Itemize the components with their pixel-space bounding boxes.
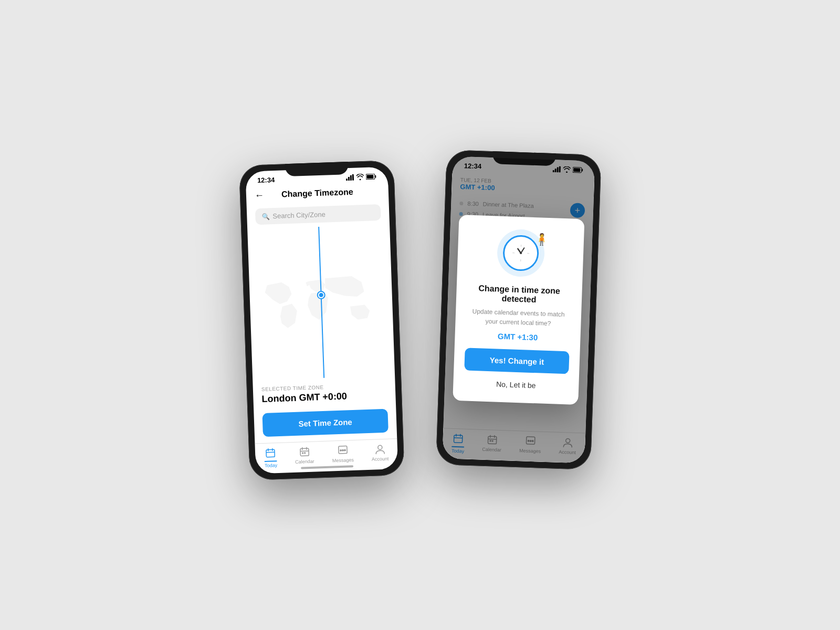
tab-calendar-1[interactable]: Calendar: [295, 445, 314, 467]
phone-1-screen: 12:34: [245, 166, 398, 474]
set-timezone-button[interactable]: Set Time Zone: [262, 409, 388, 437]
status-icons-1: [346, 173, 376, 181]
cancel-change-button[interactable]: No, Let it be: [464, 375, 569, 394]
svg-rect-1: [348, 176, 350, 180]
svg-point-18: [342, 449, 344, 452]
svg-rect-0: [346, 178, 348, 181]
tab-account-1[interactable]: Account: [371, 443, 389, 465]
today-icon: [264, 446, 277, 459]
notch: [285, 162, 348, 176]
phone-1: 12:34: [239, 160, 405, 480]
phone-2-screen: 12:34: [442, 156, 595, 463]
status-time-1: 12:34: [257, 176, 275, 184]
svg-rect-5: [375, 175, 376, 177]
tab-account-label-1: Account: [372, 456, 389, 462]
svg-point-19: [344, 449, 346, 452]
svg-line-10: [266, 452, 275, 453]
svg-rect-6: [366, 174, 373, 178]
svg-rect-7: [266, 449, 275, 457]
svg-rect-11: [300, 448, 308, 456]
calendar-icon: [298, 445, 311, 458]
tab-bar-1: Today Calendar: [255, 438, 398, 474]
confirm-change-button[interactable]: Yes! Change it: [464, 348, 569, 374]
selected-zone: SELECTED TIME ZONE London GMT +0:00: [253, 375, 396, 409]
modal-description: Update calendar events to match your cur…: [466, 307, 571, 329]
svg-rect-3: [352, 174, 354, 180]
battery-icon: [366, 173, 376, 180]
tab-today-label-1: Today: [265, 463, 277, 468]
timezone-change-modal: 🧍 Change in time zone detected Update ca…: [453, 215, 584, 405]
tab-messages-label-1: Messages: [332, 457, 354, 463]
svg-point-20: [377, 445, 382, 449]
signal-icon: [346, 174, 354, 181]
tab-today-active-line: [265, 460, 277, 462]
messages-icon: [336, 444, 349, 457]
phone-2: 12:34: [436, 150, 602, 470]
tab-calendar-label-1: Calendar: [295, 459, 314, 465]
clock-face-svg: [510, 242, 531, 264]
search-icon: 🔍: [261, 213, 269, 220]
search-placeholder: Search City/Zone: [272, 211, 326, 220]
search-bar[interactable]: 🔍 Search City/Zone: [255, 204, 381, 225]
modal-title: Change in time zone detected: [467, 284, 572, 306]
clock-inner: [502, 235, 539, 271]
person-illustration: 🧍: [534, 233, 549, 247]
account-icon-1: [373, 443, 386, 456]
selected-zone-value: London GMT +0:00: [261, 390, 387, 405]
tab-today-1[interactable]: Today: [264, 446, 277, 468]
svg-rect-15: [302, 452, 303, 454]
page-title-1: Change Timezone: [281, 187, 353, 200]
world-map[interactable]: [247, 224, 395, 380]
clock-illustration: 🧍: [496, 229, 545, 278]
svg-rect-16: [304, 452, 306, 454]
tab-messages-1[interactable]: Messages: [332, 444, 354, 466]
back-button[interactable]: ←: [255, 190, 265, 201]
wifi-icon: [356, 174, 364, 180]
modal-gmt-value: GMT +1:30: [465, 331, 570, 343]
modal-overlay: 🧍 Change in time zone detected Update ca…: [442, 156, 595, 463]
svg-rect-2: [350, 175, 352, 180]
svg-point-17: [340, 449, 342, 452]
svg-line-14: [300, 451, 309, 452]
